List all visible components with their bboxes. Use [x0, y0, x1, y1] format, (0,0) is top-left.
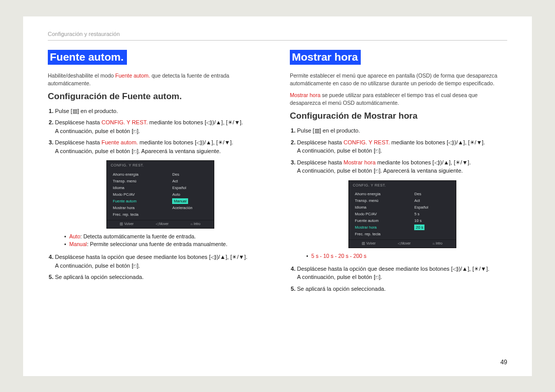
- right-options: 5 s - 10 s - 20 s - 200 s: [297, 252, 507, 260]
- left-subhead: Configuración de Fuente autom.: [48, 91, 265, 102]
- right-step-5: Se aplicará la opción seleccionada.: [297, 285, 507, 293]
- header: Configuración y restauración: [48, 31, 507, 41]
- right-step-1: Pulse [▥] en el producto.: [297, 126, 507, 135]
- enter-icon: [⏍]: [132, 128, 138, 134]
- enter-icon: [⏍]: [374, 147, 380, 154]
- brightness-down-icon: [☀/▼]: [230, 254, 246, 260]
- right-osd: CONFIG. Y REST. Ahorro energía Transp. m…: [297, 180, 507, 248]
- enter-icon: [⏍]: [132, 148, 138, 154]
- brightness-down-icon: [☀/▼]: [226, 119, 242, 125]
- brightness-down-icon: [☀/▼]: [454, 159, 469, 165]
- left-desc: Habilite/deshabilite el modo Fuente auto…: [48, 72, 265, 87]
- left-step-4: Desplácese hasta la opción que desee med…: [55, 253, 265, 270]
- left-steps: Pulse [▥] en el producto. Desplácese has…: [48, 107, 265, 282]
- page-number: 49: [501, 359, 507, 366]
- brightness-down-icon: [☀/▼]: [216, 139, 232, 145]
- volume-up-icon: [◁))/▲]: [205, 119, 223, 125]
- left-step-5: Se aplicará la opción seleccionada.: [55, 273, 265, 282]
- columns: Fuente autom. Habilite/deshabilite el mo…: [48, 50, 507, 296]
- right-desc-2: Mostrar hora se puede utilizar para esta…: [290, 91, 507, 107]
- volume-up-icon: [◁))/▲]: [209, 254, 227, 260]
- left-title: Fuente autom.: [48, 50, 127, 65]
- right-title: Mostrar hora: [290, 50, 361, 65]
- right-steps: Pulse [▥] en el producto. Desplácese has…: [290, 126, 507, 293]
- volume-up-icon: [◁))/▲]: [433, 159, 451, 165]
- right-column: Mostrar hora Permite establecer el menú …: [290, 50, 507, 296]
- right-step-2: Desplácese hasta CONFIG. Y REST. mediant…: [297, 138, 507, 155]
- brightness-down-icon: [☀/▼]: [468, 139, 484, 145]
- menu-icon: [▥]: [71, 108, 79, 114]
- left-step-1: Pulse [▥] en el producto.: [55, 107, 265, 116]
- page: Configuración y restauración Fuente auto…: [23, 16, 532, 376]
- brightness-down-icon: [☀/▼]: [472, 266, 488, 272]
- left-step-3: Desplácese hasta Fuente autom. mediante …: [55, 138, 265, 249]
- right-step-3: Desplácese hasta Mostrar hora mediante l…: [297, 158, 507, 260]
- volume-up-icon: [◁))/▲]: [195, 139, 213, 145]
- volume-up-icon: [◁))/▲]: [451, 266, 469, 272]
- left-column: Fuente autom. Habilite/deshabilite el mo…: [48, 50, 265, 296]
- enter-icon: [⏍]: [132, 263, 138, 269]
- right-subhead: Configuración de Mostrar hora: [290, 111, 507, 121]
- right-step-4: Desplácese hasta la opción que desee med…: [297, 265, 507, 282]
- left-bullets: Auto: Detecta automáticamente la fuente …: [55, 233, 265, 249]
- left-step-2: Desplácese hasta CONFIG. Y REST. mediant…: [55, 118, 265, 135]
- volume-up-icon: [◁))/▲]: [447, 139, 465, 145]
- left-osd: CONFIG. Y REST. Ahorro energía Transp. m…: [55, 160, 265, 228]
- right-desc-1: Permite establecer el menú que aparece e…: [290, 72, 507, 87]
- menu-icon: [▥]: [313, 127, 321, 134]
- enter-icon: [⏍]: [374, 167, 380, 174]
- enter-icon: [⏍]: [374, 274, 380, 280]
